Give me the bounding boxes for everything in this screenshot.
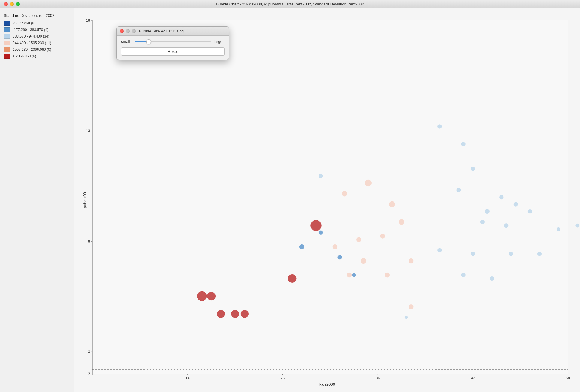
close-button[interactable] [4, 2, 8, 6]
svg-point-52 [480, 220, 485, 224]
svg-point-33 [365, 180, 372, 186]
legend-swatch [4, 54, 10, 59]
svg-point-58 [490, 276, 494, 281]
window-title: Bubble Chart - x: kids2000, y: pubast00,… [216, 2, 364, 6]
svg-point-57 [461, 273, 466, 277]
legend-swatch [4, 34, 10, 39]
svg-point-35 [342, 191, 347, 196]
svg-point-36 [399, 219, 404, 225]
svg-point-53 [504, 223, 508, 228]
maximize-button[interactable] [16, 2, 20, 6]
svg-rect-0 [92, 20, 568, 374]
legend-swatch [4, 27, 10, 32]
legend-item: 383.570 - 944.400 (34) [4, 34, 71, 39]
svg-point-39 [409, 258, 413, 263]
dialog-maximize-button[interactable] [132, 29, 136, 33]
svg-point-41 [333, 244, 337, 249]
svg-text:2: 2 [88, 372, 90, 376]
small-label: small [121, 39, 132, 44]
dialog-minimize-button[interactable] [126, 29, 130, 33]
svg-point-46 [457, 188, 461, 192]
svg-point-29 [241, 310, 249, 318]
svg-point-37 [380, 234, 385, 239]
svg-point-72 [352, 273, 356, 277]
svg-point-69 [299, 244, 304, 249]
legend-item: -177.260 - 383.570 (4) [4, 27, 71, 32]
svg-point-45 [437, 124, 442, 128]
svg-point-71 [338, 255, 342, 259]
legend-title: Standard Deviation: rent2002 [4, 13, 71, 18]
svg-point-44 [409, 304, 413, 309]
chart-area: Bubble Size Adjust Dialog small large Re… [74, 8, 580, 392]
svg-text:58: 58 [566, 376, 570, 380]
legend-swatch [4, 47, 10, 52]
reset-button[interactable]: Reset [121, 47, 225, 56]
svg-point-38 [356, 237, 361, 242]
svg-point-30 [207, 292, 216, 300]
legend-item: 944.400 - 1505.230 (11) [4, 41, 71, 45]
y-axis-label: pubast00 [83, 192, 87, 208]
large-label: large [214, 39, 225, 44]
svg-point-47 [471, 167, 475, 171]
x-axis-label: kids2000 [319, 382, 335, 387]
svg-point-68 [405, 316, 408, 319]
title-bar: Bubble Chart - x: kids2000, y: pubast00,… [0, 0, 580, 8]
dialog-close-button[interactable] [120, 29, 124, 33]
chart-svg: 314253647582381318 [74, 8, 580, 392]
svg-point-59 [319, 174, 323, 178]
svg-text:18: 18 [86, 18, 90, 23]
legend-panel: Standard Deviation: rent2002 < -177.260 … [0, 8, 74, 392]
main-layout: Standard Deviation: rent2002 < -177.260 … [0, 8, 580, 392]
svg-text:8: 8 [88, 239, 90, 243]
svg-point-50 [514, 202, 518, 207]
legend-item: 1505.230 - 2066.060 (0) [4, 47, 71, 52]
slider-thumb[interactable] [146, 39, 151, 44]
svg-point-40 [361, 258, 366, 264]
svg-text:13: 13 [86, 129, 90, 133]
slider-row: small large [121, 39, 225, 44]
svg-point-26 [197, 291, 207, 301]
svg-point-49 [499, 195, 503, 199]
svg-text:36: 36 [376, 376, 380, 380]
svg-point-27 [217, 310, 225, 318]
svg-point-56 [437, 248, 442, 252]
legend-item-label: 383.570 - 944.400 (34) [13, 34, 49, 38]
slider-track[interactable] [135, 41, 211, 42]
svg-point-43 [385, 273, 390, 277]
svg-text:3: 3 [92, 376, 94, 380]
title-bar-buttons [4, 2, 20, 6]
svg-point-28 [231, 310, 239, 318]
svg-point-62 [576, 224, 579, 227]
dialog-body: small large Reset [117, 36, 229, 60]
legend-item-label: 1505.230 - 2066.060 (0) [13, 47, 51, 52]
svg-point-61 [557, 227, 560, 231]
legend-item-label: -177.260 - 383.570 (4) [13, 28, 48, 32]
legend-item: > 2066.060 (6) [4, 54, 71, 59]
svg-point-54 [471, 252, 475, 256]
svg-point-60 [537, 252, 542, 256]
svg-point-70 [319, 231, 323, 235]
minimize-button[interactable] [10, 2, 14, 6]
legend-item-label: 944.400 - 1505.230 (11) [13, 41, 51, 45]
svg-point-51 [528, 209, 532, 213]
svg-point-31 [288, 274, 296, 283]
svg-point-48 [485, 209, 490, 214]
svg-text:3: 3 [88, 350, 90, 354]
svg-text:14: 14 [186, 376, 190, 380]
svg-point-63 [461, 142, 466, 146]
svg-text:25: 25 [281, 376, 285, 380]
legend-item-label: > 2066.060 (6) [13, 54, 36, 58]
svg-point-34 [389, 201, 395, 207]
svg-point-32 [310, 220, 321, 231]
svg-point-42 [347, 273, 352, 277]
legend-item: < -177.260 (0) [4, 21, 71, 26]
legend-swatch [4, 41, 10, 45]
legend-item-label: < -177.260 (0) [13, 21, 35, 25]
svg-point-55 [509, 252, 513, 256]
legend-items: < -177.260 (0)-177.260 - 383.570 (4)383.… [4, 21, 71, 59]
svg-text:47: 47 [471, 376, 475, 380]
legend-swatch [4, 21, 10, 26]
bubble-size-dialog: Bubble Size Adjust Dialog small large Re… [116, 26, 229, 60]
dialog-titlebar: Bubble Size Adjust Dialog [117, 27, 229, 36]
dialog-title: Bubble Size Adjust Dialog [139, 29, 184, 33]
